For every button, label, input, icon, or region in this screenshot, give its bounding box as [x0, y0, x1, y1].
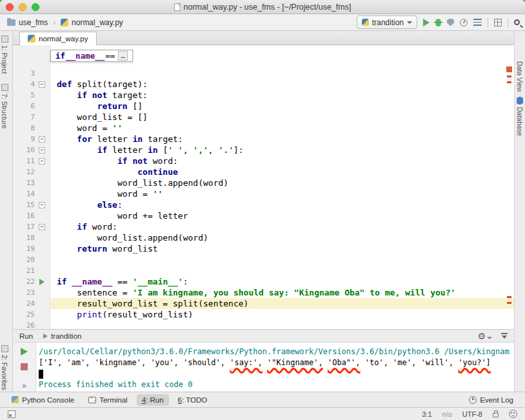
breadcrumb-file[interactable]: normal_way.py — [59, 17, 125, 28]
toolwindow-button-event-log[interactable]: Event Log — [464, 394, 519, 406]
code-line[interactable] — [50, 265, 514, 276]
error-stripe-mark[interactable] — [507, 81, 511, 83]
code-line[interactable]: word_list.append(word) — [50, 177, 514, 188]
toolwindow-button-project[interactable]: 1: Project — [1, 35, 8, 74]
coverage-button[interactable] — [447, 19, 454, 26]
code-line[interactable]: return word_list — [50, 243, 514, 254]
restore-layout-button[interactable] — [494, 19, 502, 26]
encoding-widget[interactable]: UTF-8 — [462, 410, 482, 418]
gutter-line[interactable]: 16 — [13, 210, 50, 221]
error-stripe-mark[interactable] — [507, 75, 511, 77]
code-line[interactable] — [50, 320, 514, 329]
fold-marker-icon[interactable] — [35, 199, 49, 210]
concurrency-diagram-button[interactable] — [473, 19, 482, 26]
breadcrumb-project[interactable]: use_fms — [5, 17, 50, 28]
fold-marker-icon[interactable] — [35, 221, 49, 232]
gutter-line[interactable]: 8 — [13, 123, 50, 134]
code-line[interactable]: if word: — [50, 221, 514, 232]
run-panel-header[interactable]: Run trandition ⚙ — [13, 330, 514, 343]
zoom-window-button[interactable] — [32, 3, 39, 11]
code-line[interactable]: sentence = 'I am kingname, you should sa… — [50, 287, 514, 298]
toolwindow-button-4-run[interactable]: 4: Run — [137, 394, 169, 406]
fold-marker-icon[interactable] — [35, 134, 49, 145]
toolwindow-button-python-console[interactable]: Python Console — [6, 394, 79, 406]
fold-marker-icon[interactable] — [35, 79, 49, 90]
toolwindow-button-6-todo[interactable]: 6: TODO — [173, 394, 213, 406]
gutter-line[interactable]: 25 — [13, 309, 50, 320]
show-more-actions-icon[interactable]: » — [22, 381, 26, 390]
fold-marker-icon[interactable] — [35, 155, 49, 166]
code-line[interactable]: print(result_word_list) — [50, 309, 514, 320]
gutter-line[interactable]: 12 — [13, 166, 50, 177]
code-line[interactable]: def split(target): — [50, 79, 514, 90]
gutter-line[interactable]: 10 — [13, 145, 50, 155]
editor-tab-normal-way[interactable]: normal_way.py — [19, 32, 97, 45]
fold-ellipsis[interactable]: … — [118, 51, 128, 61]
gutter-line[interactable]: 15 — [13, 199, 50, 210]
code-line[interactable]: if not word: — [50, 155, 514, 166]
toolwindow-button-data-view[interactable]: Data View — [516, 61, 524, 92]
code-line[interactable]: if letter in [' ', ',', '.']: — [50, 145, 514, 155]
code-line[interactable]: word_list = [] — [50, 112, 514, 123]
gutter-line[interactable]: 14 — [13, 188, 50, 199]
hide-panel-icon[interactable] — [501, 333, 508, 339]
inspections-hector-icon[interactable] — [509, 410, 517, 418]
gutter-line[interactable]: 19 — [13, 243, 50, 254]
code-line[interactable]: if __name__ == '__main__': — [50, 276, 514, 287]
code-line[interactable]: word = '' — [50, 123, 514, 134]
gutter-line[interactable]: 9 — [13, 134, 50, 145]
minimize-window-button[interactable] — [19, 3, 26, 11]
code-line[interactable]: word += letter — [50, 210, 514, 221]
code-line[interactable] — [50, 254, 514, 265]
gutter-line[interactable]: 11 — [13, 155, 50, 166]
code-line[interactable] — [50, 68, 514, 79]
editor-gutter[interactable]: 3456789101112131415161718192021222324252… — [13, 45, 50, 329]
toolwindow-switcher-icon[interactable] — [8, 410, 15, 418]
code-line[interactable]: continue — [50, 166, 514, 177]
gutter-line[interactable]: 18 — [13, 232, 50, 243]
console-output[interactable]: /usr/local/Cellar/python3/3.6.0/Framewor… — [36, 343, 514, 392]
toolwindow-button-database[interactable]: Database — [516, 97, 524, 136]
gutter-line[interactable]: 24 — [13, 298, 50, 309]
toolwindow-button-structure[interactable]: 7: Structure — [1, 84, 8, 128]
code-line[interactable]: word_list.append(word) — [50, 232, 514, 243]
run-button[interactable] — [423, 19, 430, 26]
code-line[interactable]: else: — [50, 199, 514, 210]
gutter-line[interactable]: 17 — [13, 221, 50, 232]
code-line[interactable]: if not target: — [50, 90, 514, 101]
gutter-line[interactable]: 21 — [13, 265, 50, 276]
gutter-line[interactable]: 5 — [13, 90, 50, 101]
gutter-line[interactable]: 22 — [13, 276, 50, 287]
editor[interactable]: if __name__ == … 34567891011121314151617… — [13, 45, 514, 329]
toolwindow-button-favorites[interactable]: 2: Favorites — [1, 345, 8, 390]
line-separator-widget[interactable]: n/a — [442, 410, 452, 418]
editor-code-lines[interactable]: def split(target): if not target: return… — [50, 45, 514, 329]
gutter-line[interactable]: 13 — [13, 177, 50, 188]
error-stripe-mark[interactable] — [507, 296, 511, 298]
close-window-button[interactable] — [6, 3, 14, 11]
run-line-icon[interactable] — [35, 276, 49, 287]
error-stripe-status-square[interactable] — [506, 66, 512, 72]
code-line[interactable]: word = '' — [50, 188, 514, 199]
run-panel-config-tab[interactable]: trandition — [39, 332, 85, 341]
rerun-button[interactable] — [21, 348, 28, 355]
gutter-line[interactable]: 20 — [13, 254, 50, 265]
profiler-button[interactable] — [460, 19, 468, 26]
stop-button[interactable] — [21, 363, 28, 370]
code-line[interactable]: result_word_list = split(sentence) — [50, 298, 514, 309]
gutter-line[interactable]: 4 — [13, 79, 50, 90]
error-stripe-mark[interactable] — [507, 302, 511, 304]
titlebar[interactable]: normal_way.py - use_fms - [~/Project/use… — [0, 0, 525, 14]
gutter-line[interactable]: 23 — [13, 287, 50, 298]
gutter-line[interactable]: 26 — [13, 320, 50, 329]
code-line[interactable]: return [] — [50, 101, 514, 112]
toolwindow-button-terminal[interactable]: Terminal — [83, 394, 132, 406]
gutter-line[interactable]: 3 — [13, 68, 50, 79]
fold-marker-icon[interactable] — [35, 145, 49, 155]
run-configuration-selector[interactable]: trandition — [357, 15, 417, 29]
search-everywhere-icon[interactable] — [514, 19, 520, 25]
gutter-line[interactable]: 6 — [13, 101, 50, 112]
code-line[interactable]: for letter in target: — [50, 134, 514, 145]
lock-icon[interactable] — [493, 413, 499, 417]
caret-position-widget[interactable]: 3:1 — [422, 410, 431, 418]
